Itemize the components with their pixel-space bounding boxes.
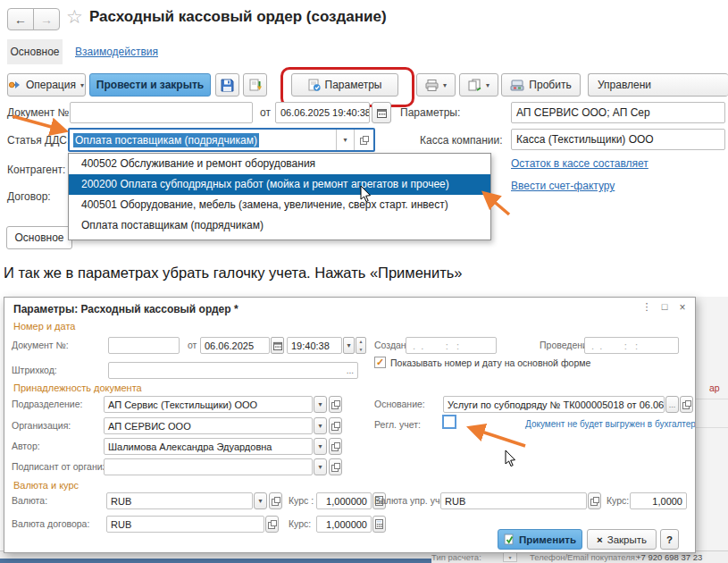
- department-dropdown-button[interactable]: ▾: [314, 396, 327, 413]
- author-open-button[interactable]: [329, 438, 342, 455]
- cashbox-label: Касса компании:: [420, 134, 503, 147]
- department-open-button[interactable]: [329, 396, 342, 413]
- dropdown-item[interactable]: Оплата поставщикам (подрядчикам): [69, 215, 490, 236]
- dialog-close-button[interactable]: ×: [675, 301, 690, 315]
- organization-label: Организация:: [12, 420, 71, 431]
- open-icon: [331, 463, 340, 472]
- invoice-link[interactable]: Ввести счет-фактуру: [511, 180, 615, 192]
- currency-input[interactable]: RUB: [106, 492, 253, 509]
- barcode-label: Штрихкод:: [12, 365, 57, 375]
- doc-no-input[interactable]: [70, 102, 253, 123]
- dlg-doc-no-input[interactable]: [108, 337, 180, 354]
- copy-button[interactable]: ▾: [459, 73, 498, 97]
- mgmt-rate-input[interactable]: 1,0000: [630, 492, 687, 509]
- basis-input[interactable]: Услуги по субподряду № ТК000005018 от 06…: [443, 396, 665, 413]
- ellipsis-icon: ...: [669, 400, 676, 409]
- rate-input[interactable]: 1,000000: [316, 492, 372, 509]
- dds-label: Статья ДДС:: [7, 134, 70, 147]
- operation-button[interactable]: Операция ▾: [7, 73, 86, 97]
- dlg-calendar-button[interactable]: [271, 337, 284, 354]
- tab-main[interactable]: Основное: [7, 39, 63, 64]
- post-document-button[interactable]: [243, 73, 267, 97]
- mgmt-rate-label: Курс:: [607, 495, 629, 506]
- organization-open-button[interactable]: [329, 417, 342, 434]
- nav-back-button[interactable]: ←: [7, 8, 34, 30]
- chevron-down-icon: ▾: [318, 400, 322, 408]
- posting-input[interactable]: . . : :: [584, 337, 679, 354]
- favorite-star-icon[interactable]: ☆: [66, 6, 83, 28]
- screen: ← → ☆ Расходный кассовый ордер (создание…: [0, 0, 728, 563]
- regl-checkbox[interactable]: [442, 415, 456, 429]
- chevron-down-icon: ▾: [318, 422, 322, 430]
- main-section-button[interactable]: Основное: [6, 226, 72, 249]
- post-and-close-button[interactable]: Провести и закрыть: [89, 73, 211, 97]
- creation-input[interactable]: . . : :: [406, 337, 497, 354]
- tab-interactions[interactable]: Взаимодействия: [75, 46, 158, 58]
- apply-button[interactable]: Применить: [498, 529, 582, 550]
- save-button[interactable]: [215, 73, 239, 97]
- mgmt-currency-open-button[interactable]: [588, 492, 601, 509]
- department-input[interactable]: АП Сервис (Текстильщики) ООО: [104, 396, 313, 413]
- phone-label: Телефон/Email покупателя:: [530, 552, 638, 562]
- print-button[interactable]: ▾: [416, 73, 456, 97]
- cashbox-input[interactable]: Касса (Текстильщики) ООО: [511, 129, 725, 150]
- dropdown-item[interactable]: 400501 Оборудование, мебель (замена, уве…: [69, 195, 490, 215]
- show-number-checkbox[interactable]: ✓: [374, 357, 386, 368]
- ellipsis-button[interactable]: ...: [347, 366, 354, 375]
- basis-open-button[interactable]: [680, 396, 693, 413]
- dds-open-button[interactable]: [354, 130, 373, 150]
- close-label: Закрыть: [607, 534, 647, 545]
- calculator-icon: [375, 519, 383, 529]
- author-input[interactable]: Шалимова Александра Эдуардовна: [104, 438, 313, 455]
- parameters-button[interactable]: Параметры: [291, 73, 398, 97]
- currency-open-button[interactable]: [269, 492, 282, 509]
- organization-input[interactable]: АП СЕРВИС ООО: [104, 417, 313, 434]
- dialog-maximize-button[interactable]: □: [657, 301, 672, 315]
- calendar-button[interactable]: [372, 102, 391, 123]
- chevron-down-icon: ▾: [258, 497, 262, 505]
- nav-forward-button[interactable]: →: [33, 8, 60, 30]
- organization-dropdown-button[interactable]: ▾: [314, 417, 327, 434]
- open-icon: [272, 497, 280, 506]
- mgmt-currency-input[interactable]: RUB: [440, 492, 587, 509]
- signer-input[interactable]: [104, 458, 313, 475]
- dds-dropdown-button[interactable]: ▾: [336, 130, 354, 150]
- parameters-input[interactable]: АП СЕРВИС ООО; АП Сер: [511, 102, 725, 123]
- operation-icon: [9, 80, 21, 90]
- dropdown-item[interactable]: 400502 Обслуживание и ремонт оборудовани…: [69, 154, 490, 174]
- signer-dropdown-button[interactable]: ▾: [314, 458, 327, 475]
- dlg-time-dropdown-button[interactable]: ▾: [343, 337, 355, 354]
- phone-value: +7 920 698 37 23: [636, 552, 702, 562]
- contract-rate-label: Курс:: [289, 518, 311, 529]
- contract-currency-open-button[interactable]: [265, 516, 279, 533]
- manage-button[interactable]: Управлени: [588, 73, 728, 97]
- close-button[interactable]: × Закрыть: [587, 529, 657, 550]
- date-input[interactable]: 06.06.2025 19:40:38: [275, 102, 370, 123]
- contract-rate-input[interactable]: 1,000000: [316, 516, 372, 533]
- currency-dropdown-button[interactable]: ▾: [254, 492, 267, 509]
- contract-rate-calc-button[interactable]: [372, 516, 386, 533]
- from-label: от: [260, 106, 271, 119]
- author-dropdown-button[interactable]: ▾: [314, 438, 327, 455]
- dds-combo[interactable]: Оплата поставщикам (подрядчикам) ▾: [68, 128, 375, 152]
- help-button[interactable]: ?: [660, 529, 679, 550]
- instruction-note: И так же в параметрах убрать галочку уче…: [4, 265, 463, 282]
- divider: [694, 427, 728, 428]
- section-belonging: Принадлежность документа: [13, 382, 142, 393]
- probit-button[interactable]: Пробить: [501, 73, 581, 97]
- dlg-date-input[interactable]: 06.06.2025: [200, 337, 270, 354]
- signer-open-button[interactable]: [329, 458, 342, 475]
- spinner-down-icon: ▼: [359, 348, 364, 351]
- regl-label: Регл. учет:: [374, 419, 421, 430]
- cash-register-icon: [510, 80, 524, 91]
- contract-currency-input[interactable]: RUB: [106, 516, 264, 533]
- dialog-menu-button[interactable]: ⋮: [640, 301, 654, 315]
- dropdown-item-selected[interactable]: 200200 Оплата субподрядных работ (мойка …: [69, 174, 490, 195]
- apply-label: Применить: [519, 534, 576, 545]
- section-number-date: Номер и дата: [13, 321, 75, 332]
- dlg-time-spinner[interactable]: ▲ ▼: [356, 337, 366, 354]
- barcode-input[interactable]: ...: [108, 362, 358, 379]
- basis-ellipsis-button[interactable]: ...: [665, 396, 679, 413]
- cash-balance-link[interactable]: Остаток в кассе составляет: [511, 157, 649, 170]
- dlg-time-input[interactable]: 19:40:38: [287, 337, 342, 354]
